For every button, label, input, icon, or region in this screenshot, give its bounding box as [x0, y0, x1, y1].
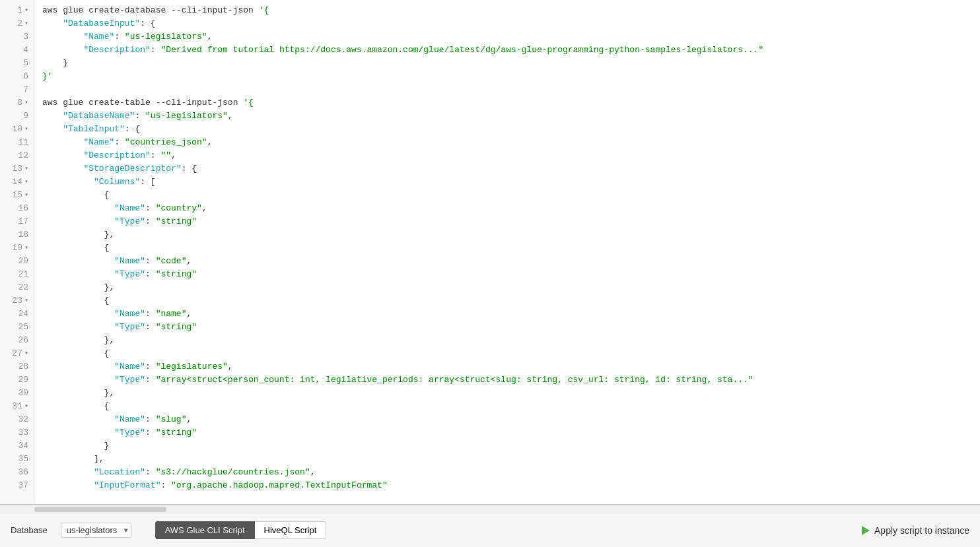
- code-line-22: },: [42, 281, 980, 294]
- code-editor: 1234567891011121314151617181920212223242…: [0, 0, 980, 505]
- database-selector[interactable]: us-legislators ▼: [61, 523, 131, 538]
- code-line-14: "Columns": [: [42, 176, 980, 189]
- code-line-8: aws glue create-table --cli-input-json '…: [42, 96, 980, 110]
- bottom-toolbar: Database us-legislators ▼ AWS Glue CLI S…: [0, 513, 980, 547]
- code-line-32: "Name": "slug",: [42, 413, 980, 426]
- code-line-7: [42, 83, 980, 96]
- code-line-20: "Name": "code",: [42, 255, 980, 268]
- code-line-5: }: [42, 57, 980, 70]
- horizontal-scrollbar[interactable]: [0, 505, 980, 513]
- line-number-5: 5: [0, 57, 34, 70]
- code-line-9: "DatabaseName": "us-legislators",: [42, 110, 980, 123]
- code-line-3: "Name": "us-legislators",: [42, 30, 980, 44]
- line-number-15: 15: [0, 189, 34, 202]
- line-number-33: 33: [0, 426, 34, 439]
- line-number-18: 18: [0, 228, 34, 241]
- line-number-1: 1: [0, 4, 34, 17]
- line-number-8: 8: [0, 96, 34, 110]
- line-number-11: 11: [0, 136, 34, 149]
- line-number-24: 24: [0, 307, 34, 321]
- database-select[interactable]: us-legislators: [61, 523, 131, 538]
- line-number-37: 37: [0, 479, 34, 492]
- code-line-30: },: [42, 387, 980, 400]
- code-line-16: "Name": "country",: [42, 202, 980, 215]
- code-line-24: "Name": "name",: [42, 307, 980, 321]
- code-line-19: {: [42, 241, 980, 255]
- tab-hiveql-script[interactable]: HiveQL Script: [255, 521, 327, 539]
- line-number-35: 35: [0, 453, 34, 466]
- line-number-22: 22: [0, 281, 34, 294]
- line-number-29: 29: [0, 373, 34, 387]
- line-number-27: 27: [0, 347, 34, 360]
- line-numbers: 1234567891011121314151617181920212223242…: [0, 0, 34, 504]
- code-line-26: },: [42, 334, 980, 347]
- line-number-28: 28: [0, 360, 34, 373]
- line-number-20: 20: [0, 255, 34, 268]
- code-line-37: "InputFormat": "org.apache.hadoop.mapred…: [42, 479, 980, 492]
- line-number-13: 13: [0, 162, 34, 176]
- line-number-21: 21: [0, 268, 34, 281]
- code-line-35: ],: [42, 453, 980, 466]
- code-line-34: }: [42, 439, 980, 453]
- code-line-29: "Type": "array<struct<person_count: int,…: [42, 373, 980, 387]
- line-number-6: 6: [0, 70, 34, 83]
- code-line-18: },: [42, 228, 980, 241]
- code-line-25: "Type": "string": [42, 321, 980, 334]
- code-line-31: {: [42, 400, 980, 413]
- code-line-27: {: [42, 347, 980, 360]
- line-number-2: 2: [0, 17, 34, 30]
- line-number-14: 14: [0, 176, 34, 189]
- code-line-12: "Description": "",: [42, 149, 980, 162]
- line-number-32: 32: [0, 413, 34, 426]
- code-line-33: "Type": "string": [42, 426, 980, 439]
- code-line-23: {: [42, 294, 980, 307]
- apply-script-button[interactable]: Apply script to instance: [862, 525, 969, 536]
- line-number-30: 30: [0, 387, 34, 400]
- code-line-11: "Name": "countries_json",: [42, 136, 980, 149]
- line-number-17: 17: [0, 215, 34, 228]
- code-line-36: "Location": "s3://hackglue/countries.jso…: [42, 466, 980, 479]
- line-number-3: 3: [0, 30, 34, 44]
- code-line-1: aws glue create-database --cli-input-jso…: [42, 4, 980, 17]
- line-number-34: 34: [0, 439, 34, 453]
- play-icon: [862, 526, 870, 535]
- tab-aws-cli-script[interactable]: AWS Glue CLI Script: [155, 521, 255, 539]
- apply-button-label: Apply script to instance: [874, 525, 969, 536]
- code-line-21: "Type": "string": [42, 268, 980, 281]
- line-number-25: 25: [0, 321, 34, 334]
- code-line-6: }': [42, 70, 980, 83]
- code-line-13: "StorageDescriptor": {: [42, 162, 980, 176]
- database-label: Database: [11, 525, 48, 535]
- line-number-9: 9: [0, 110, 34, 123]
- line-number-23: 23: [0, 294, 34, 307]
- line-number-31: 31: [0, 400, 34, 413]
- line-number-7: 7: [0, 83, 34, 96]
- line-number-4: 4: [0, 44, 34, 57]
- code-content[interactable]: aws glue create-database --cli-input-jso…: [34, 0, 980, 504]
- line-number-19: 19: [0, 241, 34, 255]
- scrollbar-thumb[interactable]: [34, 507, 166, 512]
- line-number-26: 26: [0, 334, 34, 347]
- code-line-17: "Type": "string": [42, 215, 980, 228]
- line-number-36: 36: [0, 466, 34, 479]
- code-line-10: "TableInput": {: [42, 123, 980, 136]
- code-line-4: "Description": "Derived from tutorial ht…: [42, 44, 980, 57]
- line-number-10: 10: [0, 123, 34, 136]
- line-number-12: 12: [0, 149, 34, 162]
- code-line-15: {: [42, 189, 980, 202]
- code-line-2: "DatabaseInput": {: [42, 17, 980, 30]
- line-number-16: 16: [0, 202, 34, 215]
- code-line-28: "Name": "legislatures",: [42, 360, 980, 373]
- script-type-tabs: AWS Glue CLI Script HiveQL Script: [155, 521, 327, 539]
